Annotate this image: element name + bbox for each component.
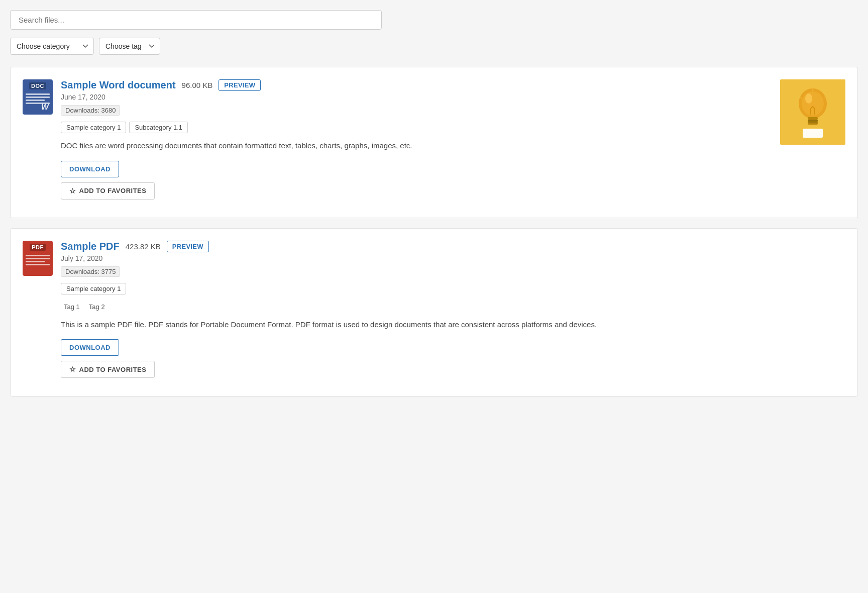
file-actions: DOWNLOAD ☆ ADD TO FAVORITES [61,161,845,200]
svg-point-1 [802,91,824,116]
downloads-count: Downloads: 3680 [61,105,120,116]
file-actions: DOWNLOAD ☆ ADD TO FAVORITES [61,339,845,378]
preview-button[interactable]: PREVIEW [219,79,261,91]
add-to-favorites-button[interactable]: ☆ ADD TO FAVORITES [61,361,155,378]
file-date: July 17, 2020 [61,254,845,262]
title-row: Sample Word document 96.00 KB PREVIEW [61,79,845,91]
tags-row: Tag 1Tag 2 [61,302,845,312]
categories-row: Sample category 1 [61,283,845,294]
svg-point-2 [805,93,812,104]
file-cards-container: DOC W Sample Word document 96.00 KB PREV… [10,67,858,397]
file-size: 423.82 KB [126,242,161,251]
card-header: DOC W Sample Word document 96.00 KB PREV… [23,79,845,200]
download-button[interactable]: DOWNLOAD [61,339,119,356]
file-title-link[interactable]: Sample Word document [61,79,176,91]
add-to-favorites-button[interactable]: ☆ ADD TO FAVORITES [61,182,155,200]
svg-rect-11 [803,129,823,138]
tag-filter[interactable]: Choose tagTag 1Tag 2 [99,38,160,55]
file-date: June 17, 2020 [61,93,845,101]
category-tag: Subcategory 1.1 [129,122,188,133]
category-filter[interactable]: Choose categorySample category 1Sample c… [10,38,94,55]
star-icon: ☆ [69,187,76,195]
file-description: This is a sample PDF file. PDF stands fo… [61,319,845,331]
search-bar [10,10,382,30]
preview-button[interactable]: PREVIEW [167,241,209,252]
card-header: PDF Sample PDF 423.82 KB PREVIEW July 17… [23,241,845,378]
title-row: Sample PDF 423.82 KB PREVIEW [61,241,845,252]
doc-file-icon: DOC W [23,79,53,115]
category-tag: Sample category 1 [61,122,126,133]
file-description: DOC files are word processing documents … [61,140,845,152]
tag-label: Tag 1 [61,302,83,312]
card-info: Sample Word document 96.00 KB PREVIEW Ju… [61,79,845,200]
star-icon: ☆ [69,365,76,373]
card-info: Sample PDF 423.82 KB PREVIEW July 17, 20… [61,241,845,378]
filters-row: Choose categorySample category 1Sample c… [10,38,858,55]
svg-rect-3 [808,117,818,120]
file-card-pdf-doc: PDF Sample PDF 423.82 KB PREVIEW July 17… [10,228,858,397]
file-card-word-doc: DOC W Sample Word document 96.00 KB PREV… [10,67,858,218]
categories-row: Sample category 1Subcategory 1.1 [61,122,845,133]
file-size: 96.00 KB [182,81,213,89]
category-tag: Sample category 1 [61,283,126,294]
pdf-file-icon: PDF [23,241,53,276]
file-thumbnail [780,79,845,145]
search-input[interactable] [10,10,382,30]
downloads-count: Downloads: 3775 [61,266,120,277]
tag-label: Tag 2 [86,302,108,312]
download-button[interactable]: DOWNLOAD [61,161,119,177]
file-title-link[interactable]: Sample PDF [61,241,120,252]
